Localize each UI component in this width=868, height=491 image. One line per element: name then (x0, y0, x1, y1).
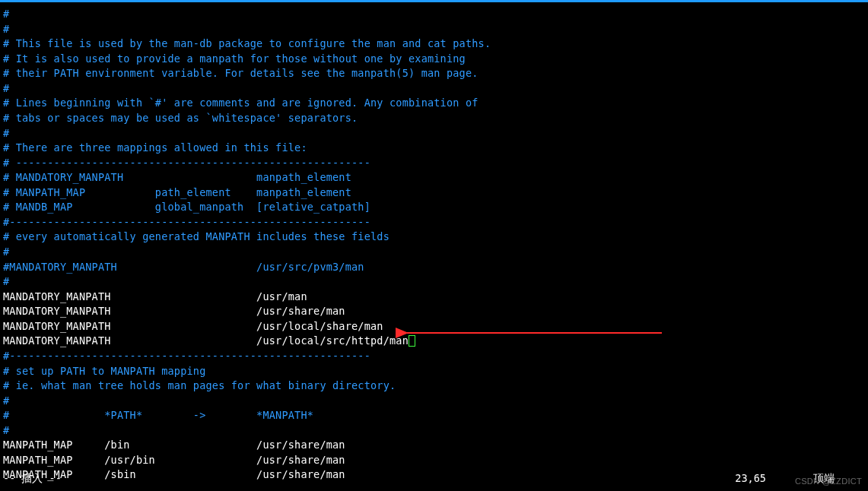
config-comment-line: # (3, 7, 865, 22)
config-directive-line: MANPATH_MAP /usr/bin /usr/share/man (3, 453, 865, 468)
config-comment-line: # every automatically generated MANPATH … (3, 230, 865, 245)
config-comment-line: # their PATH environment variable. For d… (3, 66, 865, 81)
config-comment-line: # There are three mappings allowed in th… (3, 141, 865, 156)
config-comment-line: # MANDATORY_MANPATH manpath_element (3, 170, 865, 185)
cursor-position: 23,65 (735, 471, 766, 486)
config-directive-line: MANDATORY_MANPATH /usr/man (3, 290, 865, 305)
text-cursor (409, 335, 415, 347)
vim-status-bar: -- 插入 -- 23,65 顶端 (3, 471, 865, 486)
config-comment-line: #---------------------------------------… (3, 215, 865, 230)
config-comment-line: # (3, 126, 865, 141)
config-comment-line: # (3, 245, 865, 260)
config-comment-line: # --------------------------------------… (3, 156, 865, 171)
config-comment-line: # This file is used by the man-db packag… (3, 36, 865, 52)
config-comment-line: # MANPATH_MAP path_element manpath_eleme… (3, 185, 865, 201)
config-comment-line: # (3, 274, 865, 290)
config-directive-line: MANDATORY_MANPATH /usr/local/share/man (3, 319, 865, 334)
config-comment-line: # (3, 22, 865, 37)
config-comment-line: # Lines beginning with `#' are comments … (3, 96, 865, 111)
config-comment-line: # ie. what man tree holds man pages for … (3, 379, 865, 394)
config-comment-line: #---------------------------------------… (3, 349, 865, 364)
config-comment-line: # MANDB_MAP global_manpath [relative_cat… (3, 200, 865, 215)
watermark-text: CSDN @ZZDICT (795, 476, 862, 488)
config-comment-line: #MANDATORY_MANPATH /usr/src/pvm3/man (3, 260, 865, 275)
config-comment-line: # (3, 394, 865, 409)
config-comment-line: # tabs or spaces may be used as `whitesp… (3, 111, 865, 126)
config-directive-line: MANDATORY_MANPATH /usr/share/man (3, 304, 865, 319)
config-directive-line: MANDATORY_MANPATH /usr/local/src/httpd/m… (3, 334, 865, 349)
config-comment-line: # It is also used to provide a manpath f… (3, 52, 865, 67)
config-comment-line: # set up PATH to MANPATH mapping (3, 364, 865, 379)
config-comment-line: # *PATH* -> *MANPATH* (3, 408, 865, 423)
config-comment-line: # (3, 423, 865, 439)
vim-mode-indicator: -- 插入 -- (3, 471, 62, 486)
config-directive-line: MANPATH_MAP /bin /usr/share/man (3, 438, 865, 453)
config-comment-line: # (3, 81, 865, 97)
terminal-viewport[interactable]: ### This file is used by the man-db pack… (0, 2, 868, 483)
